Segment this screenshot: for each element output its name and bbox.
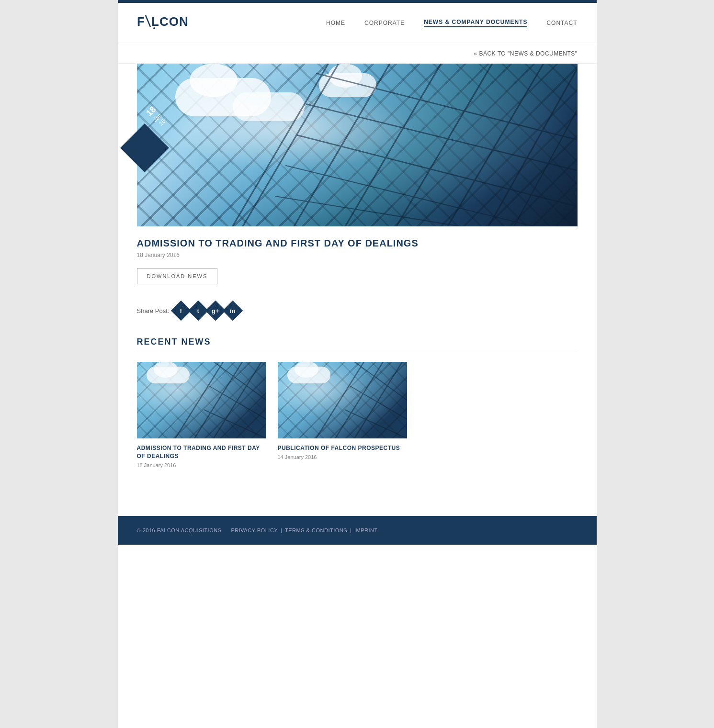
footer-privacy-link[interactable]: PRIVACY POLICY [231,527,278,533]
svg-line-20 [175,362,223,438]
linkedin-share-icon[interactable]: in [223,301,243,321]
twitter-icon-label: t [197,307,199,314]
svg-line-19 [229,64,331,226]
nav-home[interactable]: HOME [326,20,345,26]
news-card-2-image [278,362,407,438]
svg-line-5 [290,64,393,226]
footer-imprint-link[interactable]: IMPRINT [354,527,378,533]
date-badge-wrapper: 18 Jan 16 [137,97,175,135]
breadcrumb-link[interactable]: « BACK TO "NEWS & DOCUMENTS" [474,50,577,57]
news-card-2-title: PUBLICATION OF FALCON PROSPECTUS [278,444,407,452]
svg-line-27 [335,362,383,438]
news-card-2-date: 14 January 2016 [278,454,407,460]
footer-divider-1: | [281,527,282,533]
news-card-1-date: 18 January 2016 [137,462,266,468]
news-card-1[interactable]: ADMISSION TO TRADING AND FIRST DAY OF DE… [137,362,266,468]
footer-links: PRIVACY POLICY | TERMS & CONDITIONS | IM… [231,527,378,533]
svg-line-7 [393,64,495,226]
news-card-2[interactable]: PUBLICATION OF FALCON PROSPECTUS 14 Janu… [278,362,407,468]
recent-news-section: RECENT NEWS A [137,337,578,468]
recent-news-grid: ADMISSION TO TRADING AND FIRST DAY OF DE… [137,362,578,468]
nav-contact[interactable]: CONTACT [546,20,577,26]
social-icons: f t g+ in [174,303,240,318]
article-title: ADMISSION TO TRADING AND FIRST DAY OF DE… [137,238,578,249]
svg-text:F: F [137,14,145,29]
hero-container: 18 Jan 16 [137,64,578,226]
svg-line-6 [341,64,444,226]
download-news-button[interactable]: DOWNLOAD NEWS [137,268,218,284]
site-header: F LCON HOME CORPORATE NEWS & COMPANY DOC… [118,3,597,43]
svg-line-4 [239,64,341,226]
article-date: 18 January 2016 [137,252,578,258]
svg-line-26 [316,362,364,438]
footer-terms-link[interactable]: TERMS & CONDITIONS [285,527,347,533]
breadcrumb-bar: « BACK TO "NEWS & DOCUMENTS" [118,43,597,64]
nav-corporate[interactable]: CORPORATE [364,20,405,26]
svg-point-3 [153,27,155,29]
svg-line-14 [285,166,557,226]
svg-text:LCON: LCON [151,14,189,29]
nav-news-docs[interactable]: NEWS & COMPANY DOCUMENTS [424,19,527,27]
main-content: 18 Jan 16 [118,64,597,487]
googleplus-icon-label: g+ [212,307,220,314]
footer-divider-2: | [350,527,351,533]
linkedin-icon-label: in [230,307,236,314]
main-nav: HOME CORPORATE NEWS & COMPANY DOCUMENTS … [326,19,577,27]
share-label: Share Post: [137,307,170,314]
svg-line-21 [194,362,242,438]
svg-line-8 [444,64,546,226]
news-card-1-title: ADMISSION TO TRADING AND FIRST DAY OF DE… [137,444,266,460]
footer-content: © 2016 FALCON ACQUISITIONS PRIVACY POLIC… [137,527,578,533]
date-badge-content: 18 Jan 16 [144,104,168,128]
svg-line-13 [295,135,577,207]
svg-line-28 [354,362,402,438]
share-section: Share Post: f t g+ in [137,299,578,318]
news-card-1-image [137,362,266,438]
site-footer: © 2016 FALCON ACQUISITIONS PRIVACY POLIC… [118,516,597,545]
site-logo[interactable]: F LCON [137,11,194,34]
svg-line-1 [146,15,150,27]
facebook-icon-label: f [180,307,182,314]
svg-line-22 [214,362,261,438]
svg-line-11 [316,73,578,140]
recent-news-heading: RECENT NEWS [137,337,578,352]
footer-copyright: © 2016 FALCON ACQUISITIONS [137,527,222,533]
hero-image [137,64,578,226]
